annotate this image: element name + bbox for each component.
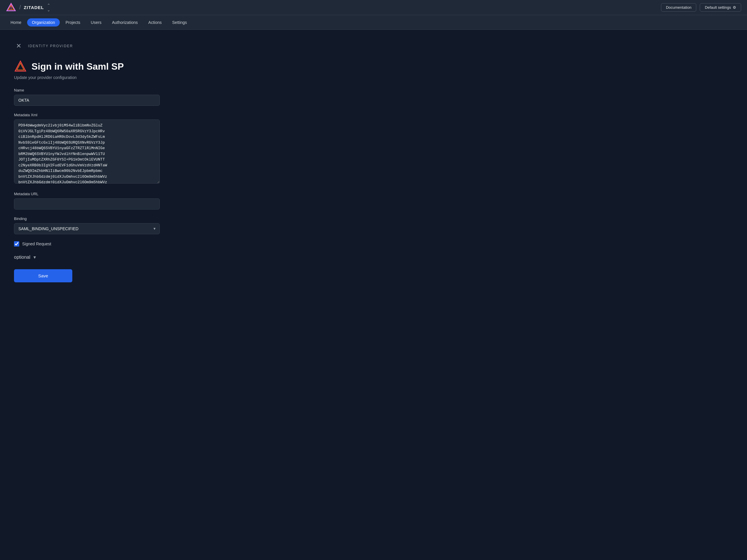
topbar-right: Documentation Default settings ⚙ [661,3,741,12]
navbar: Home Organization Projects Users Authori… [0,15,747,30]
binding-select-wrapper: SAML_BINDING_UNSPECIFIED SAML_BINDING_PO… [14,223,160,234]
provider-icon [14,60,27,73]
app-switcher-icon[interactable]: ⌃⌄ [47,3,50,12]
page-header: ✕ IDENTITY PROVIDER [14,42,190,51]
provider-subtitle: Update your provider configuration [14,75,190,80]
signed-request-label[interactable]: Signed Request [22,242,51,246]
default-settings-label: Default settings [705,5,731,9]
topbar-divider: / [19,4,21,11]
metadata-url-label: Metadata URL [14,192,190,196]
metadata-url-field-group: Metadata URL [14,192,190,210]
binding-field-group: Binding SAML_BINDING_UNSPECIFIED SAML_BI… [14,216,190,234]
nav-item-home[interactable]: Home [6,18,26,27]
logo-icon [6,2,16,13]
breadcrumb: IDENTITY PROVIDER [28,44,73,48]
binding-label: Binding [14,216,190,221]
name-input[interactable] [14,95,160,106]
metadata-url-input[interactable] [14,198,160,210]
metadata-xml-label: Metadata Xml [14,113,190,117]
nav-item-users[interactable]: Users [86,18,106,27]
close-button[interactable]: ✕ [14,42,23,51]
name-label: Name [14,88,190,92]
nav-item-organization[interactable]: Organization [27,18,59,27]
topbar: / ZITADEL ⌃⌄ Documentation Default setti… [0,0,747,15]
binding-select[interactable]: SAML_BINDING_UNSPECIFIED SAML_BINDING_PO… [14,223,160,234]
nav-item-projects[interactable]: Projects [61,18,85,27]
nav-item-authorizations[interactable]: Authorizations [107,18,143,27]
provider-header: Sign in with Saml SP [14,60,190,73]
metadata-xml-field-group: Metadata Xml PD94bWwgdmVyc2lvbj0iMS4wIiB… [14,113,190,185]
name-field-group: Name [14,88,190,106]
nav-item-actions[interactable]: Actions [144,18,166,27]
topbar-left: / ZITADEL ⌃⌄ [6,2,50,13]
optional-chevron-icon: ▼ [33,255,37,260]
signed-request-checkbox[interactable] [14,241,19,246]
optional-label: optional [14,255,30,260]
signed-request-group: Signed Request [14,241,190,246]
default-settings-button[interactable]: Default settings ⚙ [700,3,741,12]
provider-title: Sign in with Saml SP [31,61,124,72]
main-content: ✕ IDENTITY PROVIDER Sign in with Saml SP… [0,30,204,294]
metadata-xml-input[interactable]: PD94bWwgdmVyc2lvbj0iMS4wIiBlbmNvZGluZ 0i… [14,119,160,184]
optional-section[interactable]: optional ▼ [14,255,190,260]
save-button[interactable]: Save [14,269,72,282]
app-name: ZITADEL [24,5,44,10]
documentation-button[interactable]: Documentation [661,3,696,12]
gear-icon: ⚙ [733,5,736,9]
nav-item-settings[interactable]: Settings [168,18,192,27]
